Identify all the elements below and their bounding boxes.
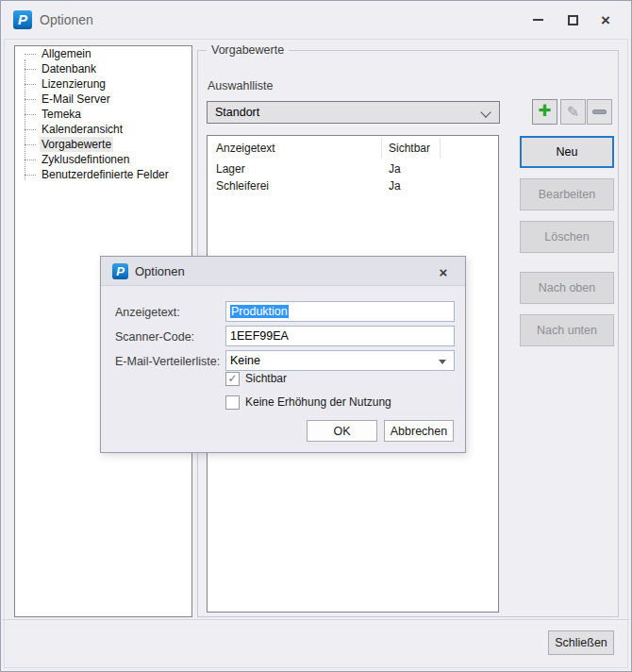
- column-divider: [440, 138, 441, 159]
- dropdown-arrow-icon: [439, 360, 446, 364]
- app-logo-icon: P: [112, 263, 128, 279]
- tree-item-allgemein[interactable]: Allgemein: [15, 46, 191, 61]
- plus-icon: +: [539, 100, 551, 122]
- tree-item-benutzerdefinierte-felder[interactable]: Benutzerdefinierte Felder: [15, 167, 191, 182]
- keine-erhoehung-checkbox[interactable]: Keine Erhöhung der Nutzung: [225, 395, 391, 410]
- verteilerliste-dropdown[interactable]: Keine: [225, 350, 455, 371]
- minimize-button[interactable]: [524, 7, 552, 33]
- ok-button[interactable]: OK: [307, 420, 377, 442]
- tree-item-kalenderansicht[interactable]: Kalenderansicht: [15, 122, 191, 137]
- groupbox-title: Vorgabewerte: [207, 43, 289, 57]
- table-header: Anzeigetext Sichtbar: [208, 136, 498, 160]
- tree-item-email-server[interactable]: E-Mail Server: [15, 92, 191, 107]
- dialog-close-button[interactable]: ×: [433, 261, 454, 282]
- edit-entry-dialog: P Optionen × Anzeigetext: Scanner-Code: …: [100, 256, 466, 453]
- tree-item-temeka[interactable]: Temeka: [15, 107, 191, 122]
- neu-button[interactable]: Neu: [520, 136, 614, 168]
- nach-oben-button[interactable]: Nach oben: [520, 272, 614, 304]
- chevron-down-icon: [480, 107, 491, 117]
- sichtbar-checkbox-label: Sichtbar: [245, 372, 287, 385]
- minus-icon: [592, 109, 607, 114]
- keine-erhoehung-checkbox-label: Keine Erhöhung der Nutzung: [245, 395, 391, 409]
- checkbox-unchecked-icon: [225, 395, 240, 410]
- loeschen-button[interactable]: Löschen: [520, 221, 614, 253]
- footer-divider: [2, 619, 630, 620]
- minimize-icon: [533, 19, 543, 21]
- maximize-icon: [568, 15, 578, 25]
- table-row[interactable]: Schleiferei Ja: [208, 177, 498, 194]
- edit-list-button[interactable]: ✎: [560, 99, 586, 125]
- scanner-code-input[interactable]: 1EEF99EA: [225, 326, 455, 346]
- column-divider: [381, 138, 382, 159]
- title-bar: P Optionen ×: [1, 1, 631, 39]
- close-icon: ×: [440, 265, 448, 279]
- auswahlliste-dropdown[interactable]: Standort: [207, 101, 500, 124]
- close-button[interactable]: ×: [591, 7, 620, 33]
- tree-item-zyklusdefintionen[interactable]: Zyklusdefintionen: [15, 152, 191, 167]
- anzeigetext-input[interactable]: Produktion: [225, 301, 455, 322]
- sichtbar-checkbox[interactable]: ✓ Sichtbar: [225, 371, 287, 386]
- nach-unten-button[interactable]: Nach unten: [520, 314, 614, 346]
- tree-item-lizenzierung[interactable]: Lizenzierung: [15, 76, 191, 92]
- column-header-sichtbar[interactable]: Sichtbar: [389, 142, 430, 155]
- dialog-title: Optionen: [135, 264, 185, 278]
- selected-text: Produktion: [230, 305, 289, 318]
- remove-list-button[interactable]: [587, 99, 612, 125]
- maximize-button[interactable]: [558, 7, 587, 33]
- checkbox-checked-icon: ✓: [225, 372, 240, 386]
- anzeigetext-label: Anzeigetext:: [115, 306, 180, 319]
- verteilerliste-selected-value: Keine: [230, 354, 260, 367]
- dialog-title-bar: P Optionen ×: [101, 257, 465, 286]
- bearbeiten-button[interactable]: Bearbeiten: [520, 178, 614, 210]
- add-list-button[interactable]: +: [532, 99, 557, 125]
- table-row[interactable]: Lager Ja: [208, 160, 498, 177]
- app-logo-icon: P: [13, 10, 32, 29]
- options-window: P Optionen × Allgemein Datenbank Lizenzi…: [0, 0, 632, 672]
- close-icon: ×: [601, 12, 610, 28]
- pencil-icon: ✎: [567, 105, 579, 120]
- auswahlliste-label: Auswahlliste: [208, 79, 273, 92]
- schliessen-button[interactable]: Schließen: [548, 630, 614, 655]
- abbrechen-button[interactable]: Abbrechen: [384, 420, 454, 442]
- auswahlliste-selected-value: Standort: [215, 106, 259, 119]
- tree-item-vorgabewerte[interactable]: Vorgabewerte: [15, 137, 191, 152]
- tree-item-datenbank[interactable]: Datenbank: [15, 61, 191, 76]
- scanner-code-label: Scanner-Code:: [115, 330, 194, 344]
- verteilerliste-label: E-Mail-Verteilerliste:: [115, 355, 220, 368]
- column-header-anzeigetext[interactable]: Anzeigetext: [216, 142, 275, 155]
- window-title: Optionen: [40, 12, 93, 27]
